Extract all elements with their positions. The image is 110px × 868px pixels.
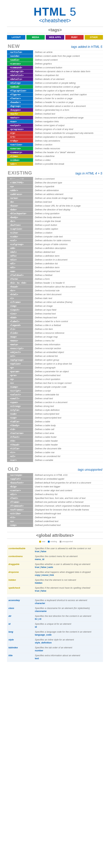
global-attr-desc: Specifies if the element must have its s… — [34, 585, 103, 593]
tag-row: <!DOCTYPE>Defines the document type — [7, 181, 103, 185]
tag-row: <figure>Defines a group of media content… — [7, 93, 103, 96]
tag-name: <frame> — [8, 500, 33, 504]
section-head-globals: <global attributes> — [7, 532, 103, 539]
color-bar — [7, 262, 8, 266]
tag-desc: Defines a group of media content, and th… — [33, 93, 103, 96]
tag-row: <center>Used to center align text and co… — [7, 489, 103, 492]
color-bar — [7, 362, 8, 366]
tag-name: <hgroup> — [8, 104, 33, 108]
color-bar — [7, 428, 8, 431]
global-attr-desc: Specifies the text direction for the con… — [34, 614, 103, 621]
tag-name: <strike> — [8, 512, 33, 515]
tag-name: <td> — [8, 428, 33, 431]
tag-row: <xmp>Defined preformatted text — [7, 523, 103, 527]
color-bar — [7, 354, 8, 358]
global-attr-row: classSpecifies a classname for an elemen… — [7, 606, 103, 614]
tag-name: <li> — [8, 327, 33, 331]
tag-row: <tbody>Defines a table body — [7, 424, 103, 428]
global-attr-name: hidden — [7, 578, 34, 585]
tag-desc: Defines a table — [33, 420, 103, 424]
color-bar — [7, 519, 8, 523]
tag-name: <map> — [8, 335, 33, 339]
tag-name: <ruby> — [8, 139, 33, 143]
color-bar — [7, 208, 8, 211]
global-attr-row: accesskeySpecifies a keyboard shortcut t… — [7, 598, 103, 606]
tag-desc: Defines the header of a "detail" element — [33, 151, 103, 154]
tag-row: <noframes>Displayed text for browsers th… — [7, 508, 103, 512]
group-head-existing: EXISTING tags in HTML 4 + 5 — [7, 169, 103, 177]
global-attr-row: titleSpecifies extra information about a… — [7, 653, 103, 661]
group-head-old: OLD tags unsupported — [7, 465, 103, 473]
global-attr-row: spellcheckSpecifies if the element must … — [7, 585, 103, 593]
tag-desc: Defines a possible line-break — [33, 162, 103, 166]
tag-row: <applet>Defined an embedded applet — [7, 477, 103, 481]
color-bar — [7, 350, 8, 354]
color-bar — [7, 473, 8, 477]
color-bar — [7, 500, 8, 504]
tag-desc: Used to make text bigger — [33, 485, 103, 488]
color-bar — [7, 455, 8, 458]
tag-desc: Defines small text — [33, 397, 103, 400]
color-bar — [7, 316, 8, 319]
tag-name: <button> — [8, 223, 33, 227]
color-bar — [7, 239, 8, 242]
tag-name: <em> — [8, 270, 33, 273]
color-bar — [7, 73, 8, 77]
tag-name: <span> — [8, 400, 33, 404]
global-attr-values: classname — [35, 610, 102, 612]
color-bar — [7, 496, 8, 500]
tag-name: <table> — [8, 420, 33, 424]
tag-name: <rp> — [8, 131, 33, 135]
legend-label-unsupported: unsupported — [62, 540, 73, 542]
tag-name: <i> — [8, 297, 33, 300]
tag-name: <aside> — [8, 54, 33, 58]
tag-name: <iframe> — [8, 300, 33, 304]
legend-swatch-new — [39, 541, 41, 542]
color-bar — [7, 120, 8, 123]
global-attr-values: text — [35, 657, 102, 660]
tag-desc: Defines the body element — [33, 215, 103, 219]
tag-row: <ruby>Defines ruby annotations — [7, 139, 103, 143]
color-bar — [7, 435, 8, 439]
tag-name: <article> — [8, 50, 33, 54]
tag-desc: Defines a section — [33, 143, 103, 147]
tag-row: <meta>Defines meta information — [7, 343, 103, 346]
group-sub-new: tags added in HTML 5 — [71, 45, 102, 49]
tag-desc: Defines preformatted text — [33, 373, 103, 377]
color-bar — [7, 93, 8, 96]
tag-desc: Defines a table cell — [33, 428, 103, 431]
tag-desc: Defines a table footer — [33, 435, 103, 439]
tag-row: <datalist>Defines a dropdown list — [7, 73, 103, 77]
tag-name: <legend> — [8, 323, 33, 327]
tag-name: <output> — [8, 124, 33, 127]
tag-name: <video> — [8, 158, 33, 162]
tag-row: <em>Defines emphasized text — [7, 270, 103, 273]
tag-row: <area>Defines an area inside an image ma… — [7, 196, 103, 200]
color-bar — [7, 389, 8, 393]
tag-row: <dir>Defined a directory list — [7, 492, 103, 496]
tag-name: <xmp> — [8, 523, 33, 527]
tag-name: <textarea> — [8, 431, 33, 435]
tag-name: <mark> — [8, 112, 33, 116]
color-bar — [7, 135, 8, 139]
tag-row: <li>Defines a list item — [7, 327, 103, 331]
tag-desc: Defines a long quotation — [33, 212, 103, 215]
tag-desc: Defines an html document — [33, 292, 103, 296]
tag-desc: Defines an image map — [33, 335, 103, 339]
tag-name: <body> — [8, 215, 33, 219]
tag-desc: Defined teletype text — [33, 516, 103, 519]
tag-desc: Defines text that is no longer correct — [33, 381, 103, 385]
color-bar — [7, 104, 8, 108]
tag-name: <option> — [8, 362, 33, 366]
tag-desc: Defined one particular window within a f… — [33, 500, 103, 504]
tag-name: <del> — [8, 250, 33, 254]
tag-desc: Defines details of an element — [33, 77, 103, 81]
color-bar — [7, 235, 8, 239]
tag-desc: Defines a resource reference — [33, 331, 103, 335]
tag-desc: Defines groups of table columns — [33, 243, 103, 246]
tag-row: <head>Defines information about the docu… — [7, 285, 103, 289]
tag-name: <area> — [8, 196, 33, 200]
color-bar — [7, 335, 8, 339]
tag-desc: Defines information about a section in a… — [33, 104, 103, 108]
tag-desc: Defines a parameter for an object — [33, 370, 103, 373]
